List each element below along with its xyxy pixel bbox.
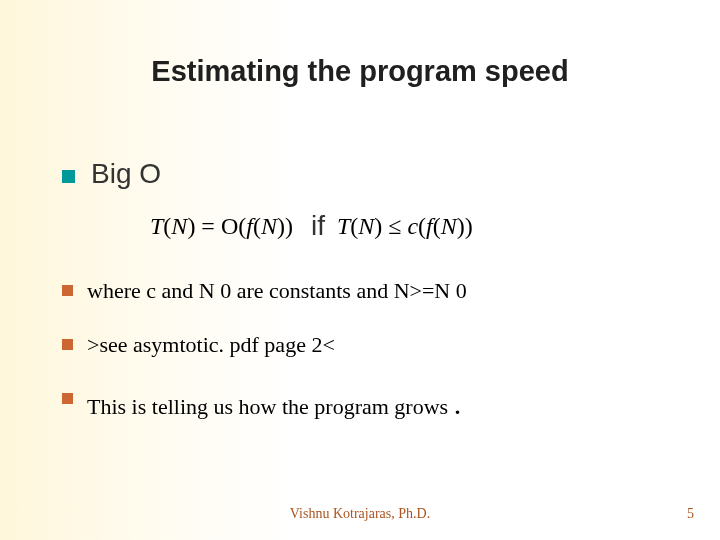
page-number: 5 bbox=[687, 506, 694, 522]
footer-author: Vishnu Kotrajaras, Ph.D. bbox=[0, 506, 720, 522]
slide-content: Estimating the program speed Big O T(N) … bbox=[0, 0, 720, 540]
sub-bullet-3: This is telling us how the program grows… bbox=[62, 386, 461, 422]
formula-left: T(N) = O(f(N)) bbox=[150, 213, 293, 240]
formula-row: T(N) = O(f(N)) if T(N) ≤ c(f(N)) bbox=[150, 210, 473, 242]
bullet-square-icon bbox=[62, 393, 73, 404]
formula-if: if bbox=[311, 210, 325, 242]
bullet-square-icon bbox=[62, 285, 73, 296]
bullet-square-icon bbox=[62, 170, 75, 183]
sub-bullet-2: >see asymtotic. pdf page 2< bbox=[62, 332, 335, 358]
sub-bullet-1: where c and N 0 are constants and N>=N 0 bbox=[62, 278, 467, 304]
main-bullet-text: Big O bbox=[91, 158, 161, 190]
bullet-square-icon bbox=[62, 339, 73, 350]
formula-right: T(N) ≤ c(f(N)) bbox=[337, 213, 473, 240]
sub-bullet-1-text: where c and N 0 are constants and N>=N 0 bbox=[87, 278, 467, 304]
sub-bullet-2-text: >see asymtotic. pdf page 2< bbox=[87, 332, 335, 358]
main-bullet-row: Big O bbox=[62, 158, 161, 190]
slide-title: Estimating the program speed bbox=[0, 55, 720, 88]
sub-bullet-3-text: This is telling us how the program grows… bbox=[87, 386, 461, 422]
